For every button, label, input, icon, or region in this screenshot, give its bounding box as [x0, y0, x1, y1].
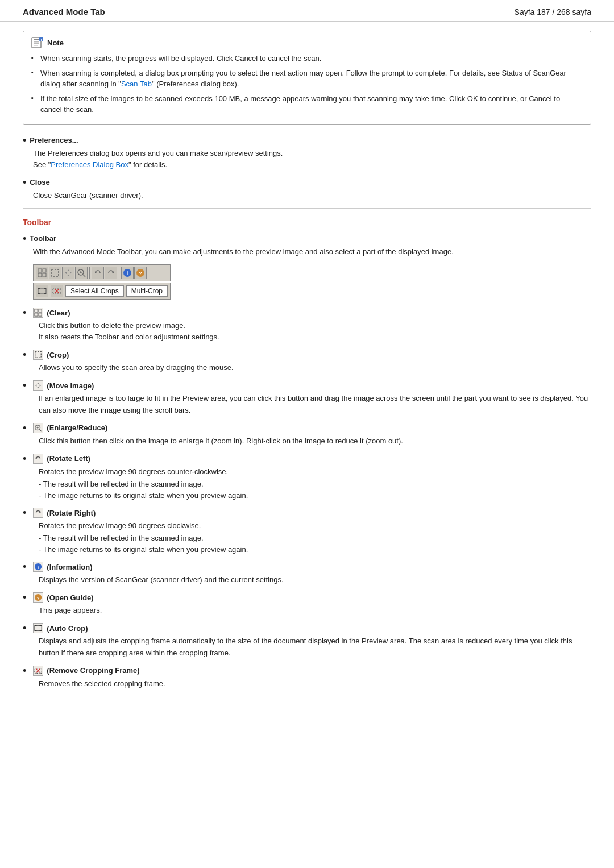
svg-rect-32 [35, 313, 38, 316]
svg-rect-2 [34, 41, 39, 43]
close-label-row: • Close [23, 177, 591, 188]
svg-rect-31 [39, 309, 42, 312]
auto-crop-icon-item: • (Auto Crop) Displays and adjusts the c… [23, 623, 591, 658]
information-icon-header: • i (Information) [23, 562, 591, 572]
bullet-dot: • [23, 135, 26, 146]
toolbar-info-btn[interactable]: i [121, 267, 134, 279]
toolbar-help-btn[interactable]: ? [134, 267, 147, 279]
remove-cropping-frame-label: (Remove Cropping Frame) [47, 666, 139, 675]
toolbar-section: Toolbar • Toolbar With the Advanced Mode… [23, 218, 591, 690]
toolbar-clear-btn[interactable] [36, 267, 48, 279]
scan-tab-link[interactable]: Scan Tab [121, 80, 152, 88]
enlarge-icon [33, 423, 43, 433]
multi-crop-button[interactable]: Multi-Crop [126, 285, 168, 297]
rotate-right-icon [33, 508, 43, 518]
auto-crop-icon [33, 623, 43, 633]
move-image-label: (Move Image) [47, 381, 94, 390]
note-item-2: When scanning is completed, a dialog box… [31, 68, 583, 90]
note-header: i Note [31, 37, 583, 48]
close-desc: Close ScanGear (scanner driver). [23, 190, 591, 201]
toolbar-move-btn[interactable] [62, 267, 74, 279]
toolbar-sep-1 [89, 267, 90, 279]
clear-icon-item: • (Clear) Click this button to delete th… [23, 308, 591, 343]
preferences-label-row: • Preferences... [23, 135, 591, 146]
note-icon: i [31, 37, 44, 48]
preferences-desc: The Preferences dialog box opens and you… [23, 148, 591, 171]
toolbar-crop-btn[interactable] [49, 267, 61, 279]
toolbar-enlarge-btn[interactable] [75, 267, 88, 279]
rotate-left-dash-list: The result will be reflected in the scan… [39, 479, 591, 501]
page-header: Advanced Mode Tab Sayfa 187 / 268 sayfa [0, 0, 614, 22]
select-all-crops-button[interactable]: Select All Crops [65, 285, 124, 297]
crop-icon [33, 350, 43, 360]
information-icon-item: • i (Information) Displays the version o… [23, 562, 591, 585]
crop-icon-item: • (Crop) Allows you to specify the scan … [23, 350, 591, 373]
toolbar-sep-2 [119, 267, 119, 279]
remove-cropping-frame-desc: Removes the selected cropping frame. [23, 678, 591, 690]
open-guide-label: (Open Guide) [47, 593, 93, 602]
svg-rect-3 [34, 43, 39, 44]
auto-crop-icon-header: • (Auto Crop) [23, 623, 591, 633]
toolbar-bullet-item: • Toolbar With the Advanced Mode Toolbar… [23, 234, 591, 258]
information-desc: Displays the version of ScanGear (scanne… [23, 574, 591, 585]
auto-crop-label: (Auto Crop) [47, 624, 88, 633]
toolbar-bullet-title: Toolbar [30, 234, 56, 243]
svg-rect-11 [52, 269, 59, 276]
preferences-title: Preferences... [30, 136, 78, 144]
remove-cropping-frame-icon-header: • (Remove Cropping Frame) [23, 666, 591, 676]
crop-label: (Crop) [47, 351, 69, 359]
toolbar-bullet-desc: With the Advanced Mode Toolbar, you can … [23, 246, 591, 258]
toolbar-rotate-left-btn[interactable] [92, 267, 104, 279]
close-item: • Close Close ScanGear (scanner driver). [23, 177, 591, 201]
note-list: When scanning starts, the progress will … [31, 53, 583, 115]
note-item-3: If the total size of the images to be sc… [31, 93, 583, 115]
bullet-dot-2: • [23, 177, 26, 188]
svg-text:i: i [127, 271, 128, 276]
information-label: (Information) [47, 563, 92, 571]
remove-cropping-frame-icon-item: • (Remove Cropping Frame) Removes the se… [23, 666, 591, 690]
main-content: i Note When scanning starts, the progres… [0, 22, 614, 721]
information-icon: i [33, 562, 43, 572]
rotate-left-icon-item: • (Rotate Left) Rotates the preview imag… [23, 454, 591, 501]
remove-cropping-frame-icon [33, 666, 43, 676]
toolbar-bullet-label-row: • Toolbar [23, 234, 591, 244]
svg-line-36 [40, 429, 42, 431]
preferences-item: • Preferences... The Preferences dialog … [23, 135, 591, 171]
open-guide-desc: This page appears. [23, 605, 591, 616]
toolbar-row-1: i ? [33, 264, 171, 281]
toolbar-row-2: Select All Crops Multi-Crop [33, 283, 171, 300]
toolbar-auto-crop-btn[interactable] [36, 285, 48, 297]
svg-rect-8 [43, 269, 46, 272]
auto-crop-desc: Displays and adjusts the cropping frame … [23, 636, 591, 658]
svg-rect-34 [35, 352, 42, 358]
move-image-desc: If an enlarged image is too large to fit… [23, 393, 591, 416]
move-image-icon-header: • (Move Image) [23, 380, 591, 391]
page-title: Advanced Mode Tab [23, 7, 105, 16]
close-title: Close [30, 178, 49, 186]
preferences-dialog-link[interactable]: Preferences Dialog Box [51, 160, 128, 169]
move-image-icon-item: • (Move Image) If an enlarged image is t… [23, 380, 591, 416]
rotate-right-dash-1: The result will be reflected in the scan… [39, 533, 591, 544]
page-number: Sayfa 187 / 268 sayfa [515, 7, 591, 16]
svg-rect-9 [38, 273, 42, 277]
toolbar-widget: i ? [33, 264, 171, 300]
note-label: Note [47, 39, 64, 47]
note-box: i Note When scanning starts, the progres… [23, 31, 591, 125]
toolbar-rotate-right-btn[interactable] [105, 267, 117, 279]
enlarge-icon-item: • (Enlarge/Reduce) Click this button the… [23, 423, 591, 447]
enlarge-desc: Click this button then click on the imag… [23, 435, 591, 447]
svg-text:i: i [38, 565, 39, 570]
clear-icon [33, 308, 43, 318]
toolbar-bullet-dot: • [23, 234, 26, 244]
svg-rect-4 [34, 45, 38, 46]
toolbar-remove-crop-btn[interactable] [51, 285, 63, 297]
rotate-left-icon [33, 454, 43, 464]
open-guide-icon: ? [33, 592, 43, 603]
svg-line-13 [83, 275, 85, 277]
crop-icon-header: • (Crop) [23, 350, 591, 360]
rotate-left-dash-1: The result will be reflected in the scan… [39, 479, 591, 490]
crop-desc: Allows you to specify the scan area by d… [23, 362, 591, 373]
svg-text:?: ? [139, 271, 142, 276]
rotate-right-desc: Rotates the preview image 90 degrees clo… [23, 520, 591, 555]
toolbar-section-header: Toolbar [23, 218, 591, 227]
